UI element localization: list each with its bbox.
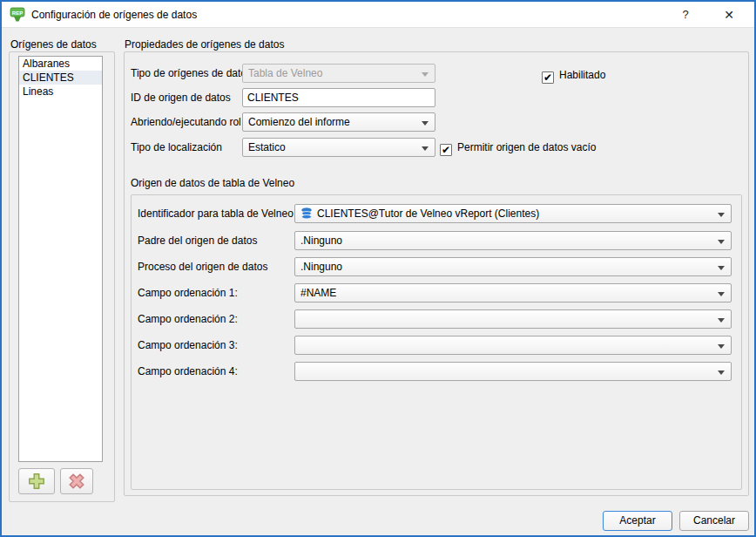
dropdown-arrow-icon <box>718 318 725 323</box>
field-label-identificador: Identificador para tabla de Velneo <box>138 204 294 223</box>
field-label-localizacion: Tipo de localización <box>131 138 222 157</box>
velneo-group-label: Origen de datos de tabla de Velneo <box>131 177 294 189</box>
list-item-selected[interactable]: CLIENTES <box>19 71 102 85</box>
orden4-combo[interactable] <box>294 362 732 381</box>
field-label-id: ID de origen de datos <box>131 88 231 107</box>
dropdown-arrow-icon <box>422 121 429 126</box>
field-label-rol: Abriendo/ejecutando rol <box>131 112 241 132</box>
window-title: Configuración de orígenes de datos <box>31 9 197 21</box>
orden1-combo[interactable]: #NAME <box>294 283 732 302</box>
dropdown-arrow-icon <box>718 292 725 296</box>
padre-combo[interactable]: .Ninguno <box>294 231 732 250</box>
habilitado-label: Habilitado <box>559 69 605 81</box>
field-label-tipo: Tipo de orígenes de datos <box>131 64 252 83</box>
rol-value: Comienzo del informe <box>248 116 350 128</box>
permitir-vacio-label: Permitir origen de datos vacío <box>457 141 596 153</box>
field-label-orden1: Campo ordenación 1: <box>138 283 238 302</box>
identificador-combo[interactable]: CLIENTES@Tutor de Velneo vReport (Client… <box>294 204 732 223</box>
habilitado-checkbox[interactable]: ✔Habilitado <box>542 68 605 82</box>
tipo-origen-combo: Tabla de Velneo <box>242 64 435 83</box>
proceso-combo[interactable]: .Ninguno <box>294 257 732 276</box>
tipo-origen-value: Tabla de Velneo <box>248 67 322 79</box>
id-origen-input[interactable] <box>242 88 435 107</box>
dropdown-arrow-icon <box>718 266 725 270</box>
padre-value: .Ninguno <box>300 235 342 247</box>
left-panel-label: Orígenes de datos <box>10 38 97 51</box>
field-label-orden3: Campo ordenación 3: <box>138 336 238 355</box>
dropdown-arrow-icon <box>718 344 725 349</box>
delete-source-button[interactable] <box>60 468 93 494</box>
localizacion-combo[interactable]: Estatico <box>242 138 435 157</box>
field-label-orden4: Campo ordenación 4: <box>138 362 238 381</box>
app-icon-text: REP <box>12 10 23 16</box>
checkbox-check-icon[interactable]: ✔ <box>440 144 452 156</box>
list-item[interactable]: Albaranes <box>19 57 102 71</box>
accept-button[interactable]: Aceptar <box>603 511 672 531</box>
orden3-combo[interactable] <box>294 336 732 355</box>
dropdown-arrow-icon <box>718 213 725 217</box>
database-icon <box>300 207 313 220</box>
delete-x-icon <box>67 472 86 491</box>
dropdown-arrow-icon <box>718 370 725 375</box>
field-label-padre: Padre del origen de datos <box>138 231 257 250</box>
field-label-orden2: Campo ordenación 2: <box>138 309 238 329</box>
identificador-value: CLIENTES@Tutor de Velneo vReport (Client… <box>317 207 539 220</box>
permitir-vacio-checkbox[interactable]: ✔Permitir origen de datos vacío <box>440 140 596 154</box>
cancel-button[interactable]: Cancelar <box>679 511 749 531</box>
list-item[interactable]: Lineas <box>19 85 102 99</box>
orden1-value: #NAME <box>300 287 336 299</box>
rol-combo[interactable]: Comienzo del informe <box>242 112 435 132</box>
properties-label: Propiedades de orígenes de datos <box>125 38 284 51</box>
data-sources-list[interactable]: Albaranes CLIENTES Lineas <box>18 56 103 462</box>
plus-icon <box>27 472 46 491</box>
close-button[interactable]: ✕ <box>714 2 744 28</box>
checkbox-check-icon[interactable]: ✔ <box>542 71 554 84</box>
proceso-value: .Ninguno <box>300 261 342 273</box>
dropdown-arrow-icon <box>718 240 725 244</box>
dropdown-arrow-icon <box>422 72 429 77</box>
orden2-combo[interactable] <box>294 309 732 329</box>
help-button[interactable]: ? <box>671 2 700 28</box>
dialog-window: REP Configuración de orígenes de datos ?… <box>0 0 756 537</box>
app-icon: REP <box>10 7 25 23</box>
titlebar[interactable]: REP Configuración de orígenes de datos ?… <box>2 2 754 28</box>
add-source-button[interactable] <box>18 468 55 494</box>
dropdown-arrow-icon <box>422 146 429 151</box>
field-label-proceso: Proceso del origen de datos <box>138 257 267 276</box>
localizacion-value: Estatico <box>248 141 286 153</box>
